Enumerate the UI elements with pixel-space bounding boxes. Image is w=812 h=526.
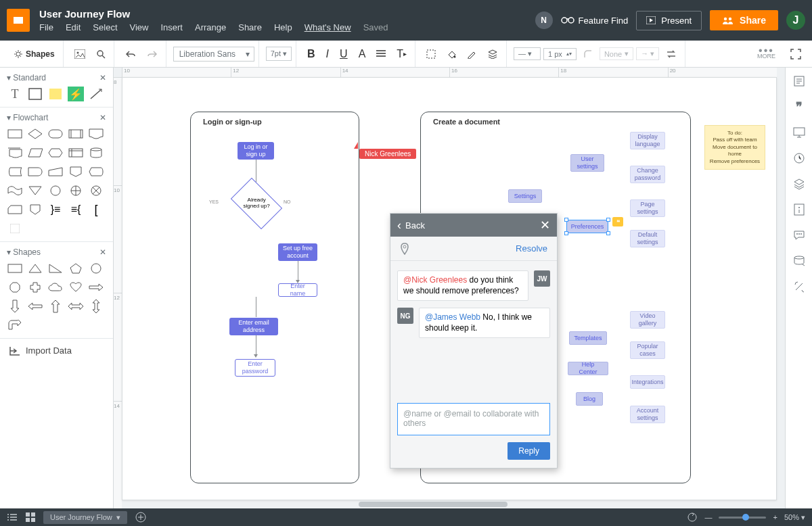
- node-change-pw[interactable]: Change password: [630, 166, 665, 183]
- menu-whats-new[interactable]: What's New: [304, 22, 351, 32]
- sh-cross[interactable]: [27, 280, 43, 295]
- comment-close-button[interactable]: ✕: [540, 218, 550, 233]
- rail-present[interactable]: [791, 124, 807, 141]
- sh-heart[interactable]: [68, 280, 84, 295]
- horizontal-scrollbar[interactable]: [122, 500, 777, 508]
- node-popular-cases[interactable]: Popular cases: [630, 341, 665, 359]
- add-page-button[interactable]: [135, 512, 146, 523]
- font-family-select[interactable]: Liberation Sans▾: [173, 47, 254, 62]
- pencil-button[interactable]: [463, 47, 480, 62]
- menu-arrange[interactable]: Arrange: [195, 22, 226, 32]
- import-data-button[interactable]: Import Data: [0, 339, 113, 362]
- align-button[interactable]: [372, 47, 390, 61]
- line-corner-button[interactable]: [579, 47, 597, 62]
- sh-rect[interactable]: [7, 261, 23, 276]
- fc-input2[interactable]: [47, 164, 64, 179]
- underline-button[interactable]: U: [336, 45, 352, 63]
- line-shape[interactable]: [88, 87, 104, 101]
- resolve-button[interactable]: Resolve: [516, 243, 547, 254]
- reply-button[interactable]: Reply: [508, 442, 550, 460]
- more-button[interactable]: ••• MORE: [750, 49, 782, 59]
- sh-arrow-lr[interactable]: [68, 299, 84, 314]
- user-avatar[interactable]: J: [786, 11, 805, 30]
- rect-shape[interactable]: [27, 87, 43, 101]
- node-integrations[interactable]: Integrations: [630, 375, 665, 389]
- swap-button[interactable]: [662, 47, 681, 62]
- italic-button[interactable]: I: [322, 45, 333, 63]
- collaborator-badge[interactable]: N: [535, 11, 553, 29]
- fc-offpage2[interactable]: [27, 202, 43, 217]
- fc-sum[interactable]: [88, 183, 104, 198]
- shapes-toggle[interactable]: Shapes: [9, 47, 59, 62]
- sh-circle[interactable]: [88, 261, 104, 276]
- zoom-level[interactable]: 50% ▾: [784, 513, 805, 522]
- fc-offpage[interactable]: [68, 164, 84, 179]
- sh-arrow-bend[interactable]: [7, 318, 23, 333]
- close-section-flowchart[interactable]: ✕: [99, 113, 106, 122]
- fullscreen-button[interactable]: [785, 49, 807, 59]
- sh-arrow-ud[interactable]: [88, 299, 104, 314]
- node-enteremail[interactable]: Enter email address: [229, 318, 278, 335]
- rail-layers[interactable]: [791, 176, 807, 192]
- fc-document[interactable]: [88, 126, 104, 141]
- page-tab[interactable]: User Journey Flow▾: [43, 511, 127, 524]
- canvas[interactable]: Login or sign-up Create a document Log i…: [122, 77, 777, 500]
- node-helpcenter[interactable]: Help Center: [568, 362, 608, 375]
- fc-decision[interactable]: [27, 126, 43, 141]
- rail-chat[interactable]: [791, 227, 807, 243]
- fc-stored[interactable]: [7, 164, 23, 179]
- fc-swatch[interactable]: [7, 221, 23, 236]
- list-view-button[interactable]: [7, 513, 18, 521]
- fc-tape[interactable]: [7, 183, 23, 198]
- container-login[interactable]: Login or sign-up: [190, 112, 359, 483]
- sh-cloud[interactable]: [47, 280, 64, 295]
- fc-prep[interactable]: [47, 145, 64, 160]
- text-color-button[interactable]: A: [355, 45, 370, 63]
- rail-info[interactable]: [791, 201, 807, 218]
- sh-rtriangle[interactable]: [47, 261, 64, 276]
- menu-file[interactable]: File: [39, 22, 53, 32]
- menu-select[interactable]: Select: [93, 22, 117, 32]
- fc-connector[interactable]: [47, 183, 64, 198]
- share-button[interactable]: Share: [710, 10, 778, 30]
- sh-arrow-d[interactable]: [7, 299, 23, 314]
- fc-merge[interactable]: [27, 183, 43, 198]
- close-section-shapes[interactable]: ✕: [99, 247, 106, 257]
- sh-pentagon[interactable]: [68, 261, 84, 276]
- note-shape[interactable]: [47, 87, 64, 101]
- undo-button[interactable]: [121, 47, 140, 61]
- image-button[interactable]: [70, 47, 89, 62]
- feature-find-button[interactable]: Feature Find: [561, 16, 629, 26]
- zoom-in-button[interactable]: +: [773, 513, 777, 521]
- sh-octagon[interactable]: [7, 280, 23, 295]
- fc-display[interactable]: [88, 164, 104, 179]
- fc-predefined[interactable]: [68, 126, 84, 141]
- sh-arrow-r[interactable]: [88, 280, 104, 295]
- grid-view-button[interactable]: [26, 512, 35, 522]
- arrow-end-select[interactable]: → ▾: [636, 47, 659, 60]
- node-user-settings[interactable]: User settings: [570, 154, 604, 172]
- fc-card[interactable]: [7, 202, 23, 217]
- node-video-gallery[interactable]: Video gallery: [630, 311, 665, 329]
- comment-input[interactable]: @name or @email to collaborate with othe…: [397, 403, 550, 435]
- node-default-settings[interactable]: Default settings: [630, 230, 665, 247]
- fc-internal[interactable]: [68, 145, 84, 160]
- section-standard[interactable]: Standard: [13, 73, 46, 82]
- sticky-note-todo[interactable]: To do: Pass off with team Move document …: [704, 125, 765, 170]
- fc-process[interactable]: [7, 126, 23, 141]
- present-button[interactable]: Present: [636, 11, 702, 30]
- fc-bracket[interactable]: [: [88, 202, 104, 217]
- menu-share[interactable]: Share: [238, 22, 262, 32]
- search-button[interactable]: [92, 47, 110, 62]
- menu-help[interactable]: Help: [274, 22, 292, 32]
- zoom-slider[interactable]: [719, 517, 766, 519]
- sh-triangle[interactable]: [27, 261, 43, 276]
- comment-back-button[interactable]: ‹Back: [397, 218, 540, 233]
- text-options-button[interactable]: T▸: [392, 45, 411, 63]
- arrow-start-select[interactable]: None ▾: [600, 47, 633, 60]
- fc-data[interactable]: [27, 145, 43, 160]
- node-settings[interactable]: Settings: [508, 189, 542, 203]
- fc-terminal[interactable]: [47, 126, 64, 141]
- fill-color-button[interactable]: [443, 47, 460, 62]
- shape-fill-button[interactable]: [422, 47, 440, 62]
